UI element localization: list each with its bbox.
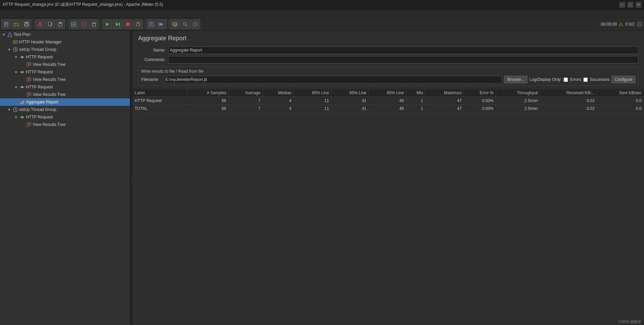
- add-button[interactable]: [69, 19, 78, 29]
- table-cell-1-7: 1: [406, 105, 425, 113]
- copy-button[interactable]: [45, 19, 55, 29]
- search-button[interactable]: [180, 19, 190, 29]
- toolbar-separator-1: [33, 20, 33, 28]
- tree-item-http-request-3[interactable]: ▼HTTP Request: [0, 83, 130, 91]
- expand-icon-test-plan[interactable]: ▼: [1, 33, 6, 37]
- item-icon-view-results-tree-4: [26, 122, 32, 127]
- comments-input[interactable]: [168, 56, 639, 63]
- col-header-error--: Error %: [464, 89, 496, 97]
- right-panel: Aggregate Report Name: Comments: Write r…: [133, 31, 644, 325]
- tree-item-http-request-1[interactable]: ▼HTTP Request: [0, 53, 130, 61]
- paste-button[interactable]: [56, 19, 65, 29]
- table-cell-1-8: 47: [425, 105, 464, 113]
- start-no-pause-button[interactable]: [113, 19, 122, 29]
- tree-item-view-results-tree-1[interactable]: View Results Tree: [0, 61, 130, 68]
- tree-panel: ▼Test Plan HTTP Header Manager▼setUp Thr…: [0, 31, 131, 325]
- errors-checkbox[interactable]: [564, 77, 568, 82]
- item-label-setup-thread-group-1: setUp Thread Group: [19, 47, 56, 52]
- item-label-test-plan: Test Plan: [14, 32, 30, 37]
- toolbar-status: 00:00:00 ⚠ 0 0/2: [601, 21, 643, 27]
- open-button[interactable]: [12, 19, 21, 29]
- table-cell-0-7: 1: [406, 97, 425, 105]
- new-button[interactable]: [1, 19, 11, 29]
- svg-rect-43: [13, 41, 17, 43]
- svg-rect-60: [23, 100, 24, 104]
- col-header-average: Average: [228, 89, 263, 97]
- template-button[interactable]: [147, 19, 156, 29]
- table-cell-1-3: 4: [263, 105, 294, 113]
- tree-item-setup-thread-group-1[interactable]: ▼setUp Thread Group: [0, 46, 130, 53]
- tree-item-test-plan[interactable]: ▼Test Plan: [0, 31, 130, 38]
- col-header-sent-kb-sec: Sent KB/sec: [597, 89, 644, 97]
- table-cell-0-12: 0.0: [597, 97, 644, 105]
- close-button[interactable]: ✕: [636, 2, 641, 8]
- remove-button[interactable]: [79, 19, 89, 29]
- item-label-view-results-tree-2: View Results Tree: [33, 77, 66, 82]
- settings-icon[interactable]: [636, 21, 643, 27]
- results-table: Label# SamplesAverageMedian90% Line95% L…: [133, 89, 644, 325]
- toolbar-separator-4: [145, 20, 145, 28]
- table-cell-0-6: 46: [369, 97, 406, 105]
- tree-item-view-results-tree-4[interactable]: View Results Tree: [0, 121, 130, 128]
- tree-item-view-results-tree-2[interactable]: View Results Tree: [0, 76, 130, 83]
- tree-item-setup-thread-group-2[interactable]: ▼setUp Thread Group: [0, 106, 130, 113]
- svg-point-40: [637, 22, 642, 27]
- warning-icon: ⚠: [619, 22, 623, 27]
- svg-rect-66: [29, 123, 31, 125]
- svg-point-64: [21, 116, 23, 118]
- tree-item-http-request-4[interactable]: ▼HTTP Request: [0, 113, 130, 121]
- errors-label: Errors: [570, 77, 581, 82]
- tree-item-aggregate-report[interactable]: Aggregate Report: [0, 98, 130, 106]
- tree-item-http-header-manager[interactable]: HTTP Header Manager: [0, 38, 130, 46]
- maximize-button[interactable]: □: [628, 2, 633, 8]
- table-body: HTTP Request66741141461470.00%2.5/min0.0…: [133, 97, 644, 113]
- svg-point-11: [41, 25, 42, 26]
- filename-input[interactable]: [164, 76, 502, 83]
- clear-results-button[interactable]: [89, 19, 99, 29]
- save-button[interactable]: [22, 19, 31, 29]
- table-cell-0-1: 66: [187, 97, 228, 105]
- minimize-button[interactable]: ─: [619, 2, 625, 8]
- svg-marker-22: [106, 23, 109, 26]
- configure-button[interactable]: Configure: [612, 76, 635, 83]
- comments-label: Comments:: [138, 57, 165, 62]
- svg-rect-57: [29, 93, 31, 95]
- shutdown-button[interactable]: [133, 19, 143, 29]
- table-cell-0-2: 7: [228, 97, 263, 105]
- table-cell-1-10: 2.5/min: [496, 105, 540, 113]
- toolbar-separator-2: [67, 20, 67, 28]
- table-row: HTTP Request66741141461470.00%2.5/min0.0…: [133, 97, 644, 105]
- function-helper-button[interactable]: f(x): [170, 19, 180, 29]
- item-label-http-request-2: HTTP Request: [26, 70, 53, 74]
- table-cell-0-3: 4: [263, 97, 294, 105]
- log-display-label: Log/Display Only:: [529, 77, 561, 82]
- expand-icon-http-request-4[interactable]: ▼: [14, 115, 18, 119]
- expand-icon-setup-thread-group-2[interactable]: ▼: [7, 108, 12, 112]
- tree-item-http-request-2[interactable]: ▼HTTP Request: [0, 68, 130, 76]
- item-icon-http-request-3: [19, 84, 25, 90]
- status-bar: CSDN @陇卓: [616, 319, 644, 325]
- table-row: TOTAL66741141461470.00%2.5/min0.020.0: [133, 105, 644, 113]
- item-icon-test-plan: [7, 32, 13, 37]
- cut-button[interactable]: [35, 19, 45, 29]
- item-label-view-results-tree-3: View Results Tree: [33, 92, 66, 97]
- browse-button[interactable]: Browse...: [504, 76, 527, 83]
- help-button[interactable]: ?: [191, 19, 200, 29]
- table-cell-1-1: 66: [187, 105, 228, 113]
- item-label-http-request-3: HTTP Request: [26, 85, 53, 89]
- item-label-setup-thread-group-2: setUp Thread Group: [19, 107, 56, 112]
- expand-icon-http-request-3[interactable]: ▼: [14, 85, 18, 89]
- svg-rect-51: [29, 62, 31, 65]
- tree-item-view-results-tree-3[interactable]: View Results Tree: [0, 91, 130, 98]
- col-header-label: Label: [133, 89, 187, 97]
- expand-icon-setup-thread-group-1[interactable]: ▼: [7, 48, 12, 52]
- name-input[interactable]: [168, 46, 639, 54]
- remote-start-button[interactable]: [157, 19, 166, 29]
- successes-checkbox[interactable]: [583, 77, 588, 82]
- table-cell-1-2: 7: [228, 105, 263, 113]
- stop-button[interactable]: [123, 19, 133, 29]
- start-button[interactable]: [103, 19, 112, 29]
- table-cell-1-11: 0.02: [540, 105, 597, 113]
- expand-icon-http-request-1[interactable]: ▼: [14, 55, 18, 59]
- expand-icon-http-request-2[interactable]: ▼: [14, 70, 18, 74]
